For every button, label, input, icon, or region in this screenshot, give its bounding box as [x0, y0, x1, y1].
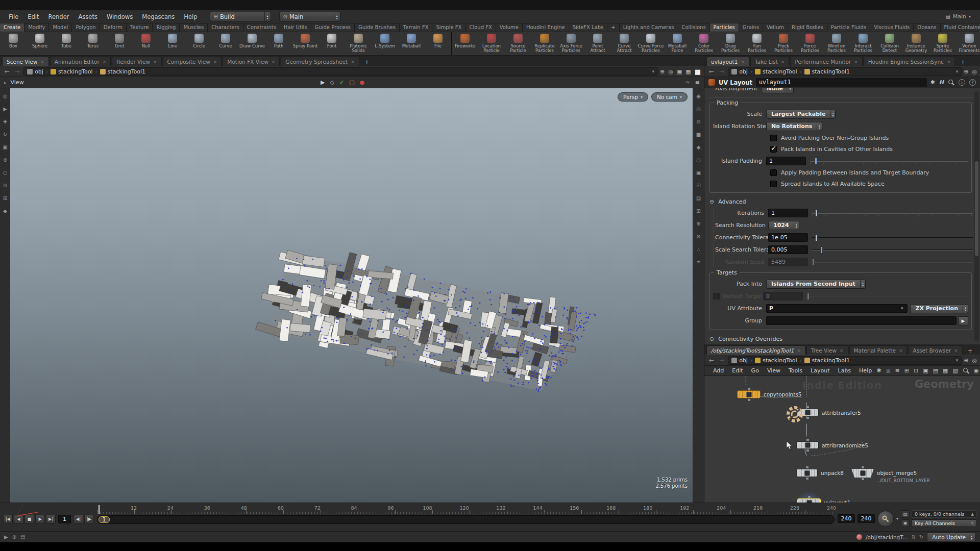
stepper-arrows-icon[interactable]: ▴▾ — [963, 305, 968, 313]
search-icon[interactable] — [948, 79, 954, 86]
network-editor[interactable]: Indie Edition Geometry copytopoints5attr… — [704, 376, 980, 503]
shelf-tool-torus[interactable]: Torus — [80, 32, 106, 55]
param-field[interactable]: 0 — [763, 292, 803, 300]
search-icon[interactable] — [963, 367, 969, 374]
pane-tab-houdini-engine-sessionsync[interactable]: Houdini Engine SessionSync× — [864, 57, 955, 66]
breadcrumb-item-stackingTool[interactable]: stackingTool — [755, 68, 797, 75]
pin-icon[interactable]: ⊕ — [964, 357, 968, 364]
close-icon[interactable]: × — [213, 59, 217, 64]
close-icon[interactable]: × — [351, 59, 355, 64]
grid-snap-icon[interactable]: ⊞ — [904, 367, 909, 374]
shelf-tool-l-system[interactable]: L-System — [372, 32, 398, 55]
set-key-button[interactable] — [877, 511, 894, 527]
shelf-tab-lights-and-cameras[interactable]: Lights and Cameras — [620, 23, 678, 32]
sync-record-icon[interactable]: ● — [360, 79, 365, 86]
shelf-tab-muscles[interactable]: Muscles — [180, 23, 208, 32]
checkbox-avoid-packing-over-non-group-i[interactable] — [770, 135, 777, 141]
pane-tab-material-palette[interactable]: Material Palette× — [849, 345, 908, 355]
global-end-field[interactable]: 240 — [857, 514, 875, 523]
camera-select-button[interactable]: No cam ▾ — [651, 92, 688, 102]
node-output-connector[interactable] — [862, 478, 864, 480]
param-slider[interactable] — [812, 234, 973, 242]
shelf-tab-sidefx-labs[interactable]: SideFX Labs — [569, 23, 608, 32]
menu-icon[interactable]: ≡ — [695, 79, 700, 86]
handles-tool-icon[interactable]: ⊕ — [3, 157, 7, 163]
shelf-tab--[interactable]: + — [607, 23, 619, 32]
shelf-tool-vortex-filaments[interactable]: Vortex Filaments — [956, 32, 980, 55]
chevron-down-icon[interactable]: ▾ — [896, 516, 898, 521]
shelf-tab-particles[interactable]: Particles — [710, 23, 739, 32]
shelf-tool-collision-detect-parti-[interactable]: Collision Detect Parti... — [876, 32, 903, 55]
close-icon[interactable]: × — [797, 348, 801, 353]
breadcrumb-item-obj[interactable]: obj — [731, 68, 748, 75]
camera-icon[interactable]: ▣ — [696, 170, 701, 176]
shelf-tab-rigid-bodies[interactable]: Rigid Bodies — [788, 23, 827, 32]
isolate-icon[interactable]: ◎ — [696, 106, 701, 112]
network-node-attribrandomize5[interactable] — [796, 441, 819, 449]
shelf-tab-create[interactable]: Create — [0, 23, 24, 32]
help-icon[interactable]: ? — [969, 79, 976, 86]
close-icon[interactable]: × — [741, 59, 745, 64]
shelf-tab-vellum[interactable]: Vellum — [763, 23, 788, 32]
checkbox-pack-islands-in-cavities-of-ot[interactable]: ✓ — [770, 146, 777, 153]
chevron-down-icon[interactable]: ▾ — [899, 305, 905, 312]
shelf-tab-rigging[interactable]: Rigging — [153, 23, 180, 32]
shelf-tool-point-attract-particles[interactable]: Point Attract Particles — [584, 32, 611, 55]
stepper-arrows-icon[interactable]: ▴▾ — [817, 122, 822, 131]
network-menu-add[interactable]: Add — [709, 366, 727, 375]
menu-file[interactable]: File — [4, 12, 23, 22]
shelf-tab-houdini-engine[interactable]: Houdini Engine — [523, 23, 569, 32]
network-node-object_merge5[interactable] — [851, 469, 874, 478]
node-input-connector[interactable] — [748, 388, 750, 390]
menu-render[interactable]: Render — [44, 12, 74, 22]
stepper-arrows-icon[interactable]: ▴▾ — [794, 221, 799, 230]
tools-icon[interactable]: ✱ — [876, 367, 881, 374]
background-image-icon[interactable]: ▦ — [943, 367, 948, 374]
link-icon[interactable]: ◎ — [972, 357, 977, 364]
points-display-icon[interactable]: ∴ — [697, 246, 700, 252]
light-icon[interactable]: ◆ — [3, 208, 7, 214]
network-menu-help[interactable]: Help — [855, 366, 875, 375]
shelf-tab-simple-fx[interactable]: Simple FX — [432, 23, 465, 32]
select-arrow-button[interactable]: ▶ — [958, 316, 968, 325]
auto-update-selector[interactable]: Auto Update ▴▾ — [927, 533, 976, 541]
jump-start-button[interactable]: |◀ — [3, 515, 13, 523]
menu-assets[interactable]: Assets — [74, 12, 102, 22]
shelf-tab-hair-utils[interactable]: Hair Utils — [280, 23, 311, 32]
back-icon[interactable]: ← — [707, 357, 716, 364]
shelf-tab-guide-process[interactable]: Guide Process — [311, 23, 355, 32]
snapshot-icon[interactable]: ▣ — [923, 367, 928, 374]
breadcrumb-item-stackingTool[interactable]: stackingTool — [755, 357, 797, 364]
param-combo-largest-packable[interactable]: Largest Packable▴▾ — [766, 110, 836, 119]
next-frame-button[interactable]: |▶ — [84, 515, 94, 523]
keyframe-mode-icon[interactable]: ✱ — [901, 519, 910, 527]
secure-selection-icon[interactable]: ✓ — [339, 79, 344, 86]
shelf-tool-location-particle-emi-[interactable]: Location Particle Emi... — [478, 32, 505, 55]
slider-marker[interactable] — [820, 246, 823, 254]
node-input-connector[interactable] — [806, 406, 809, 408]
select-tool-icon[interactable]: ▶ — [3, 106, 7, 112]
gizmo-icon[interactable]: ⊕ — [696, 221, 700, 227]
network-menu-go[interactable]: Go — [748, 366, 763, 375]
shelf-tool-curve-attract-particles[interactable]: Curve Attract Particles — [611, 32, 638, 55]
shelf-tool-grid[interactable]: Grid — [106, 32, 133, 55]
shelf-tool-file[interactable]: File — [425, 32, 451, 55]
view-tool-icon[interactable]: ◎ — [3, 93, 8, 99]
param-slider[interactable] — [810, 157, 968, 165]
timeline-scrubber[interactable]: 1 — [97, 515, 835, 524]
shelf-tool-metaball[interactable]: Metaball — [398, 32, 425, 55]
param-combo-zx-projection[interactable]: ZX Projection▴▾ — [910, 304, 968, 313]
close-icon[interactable]: × — [840, 348, 844, 353]
new-tab-button[interactable]: + — [956, 59, 969, 66]
close-icon[interactable]: × — [954, 348, 958, 353]
desktop-indicator[interactable]: ▤ Main ▾ — [940, 12, 976, 21]
shelf-tool-font[interactable]: Font — [318, 32, 345, 55]
shelf-tool-color-particles[interactable]: Color Particles — [691, 32, 717, 55]
rotate-tool-icon[interactable]: ↻ — [3, 132, 7, 137]
shelf-tool-tube[interactable]: Tube — [53, 32, 80, 55]
shelf-tool-instance-geometry-o-[interactable]: Instance Geometry o... — [903, 32, 929, 55]
node-input-connector[interactable] — [808, 496, 811, 498]
param-combo-no-rotations[interactable]: No Rotations▴▾ — [766, 122, 822, 131]
enable-checkbox[interactable] — [713, 293, 720, 299]
connectivity-overrides-header[interactable]: ⊙Connectivity Overrides — [709, 334, 973, 343]
